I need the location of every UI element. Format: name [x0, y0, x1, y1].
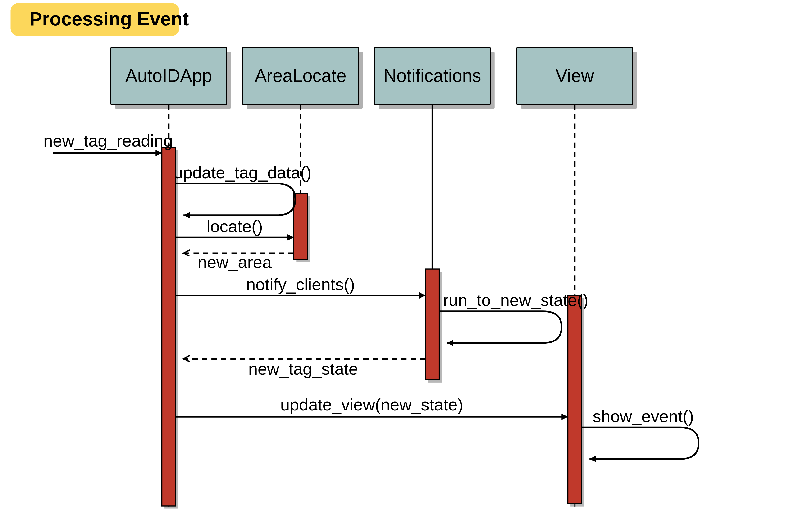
activation-notifications [425, 269, 442, 383]
activation-arealocate [294, 194, 310, 262]
msg-locate: locate() [176, 217, 294, 237]
msg-new-tag-reading: new_tag_reading [43, 131, 173, 153]
svg-text:update_view(new_state): update_view(new_state) [280, 395, 463, 414]
svg-text:notify_clients(): notify_clients() [246, 275, 355, 294]
msg-update-tag-data: update_tag_data() [173, 163, 311, 215]
sequence-diagram: Processing Event AutoIDApp AreaLocate No… [0, 0, 812, 521]
participant-autoidapp: AutoIDApp [111, 47, 231, 109]
participant-view: View [517, 47, 637, 109]
svg-text:update_tag_data(): update_tag_data() [173, 163, 311, 182]
svg-text:run_to_new_state(): run_to_new_state() [443, 291, 588, 310]
svg-text:show_event(): show_event() [593, 407, 694, 426]
participant-autoidapp-label: AutoIDApp [125, 66, 212, 86]
title-text: Processing Event [30, 8, 189, 29]
svg-rect-16 [568, 295, 582, 504]
svg-rect-10 [162, 147, 176, 506]
participant-notifications: Notifications [375, 47, 495, 109]
participant-arealocate-label: AreaLocate [255, 66, 347, 86]
svg-text:locate(): locate() [207, 217, 263, 236]
svg-text:new_tag_state: new_tag_state [248, 360, 358, 378]
svg-rect-14 [425, 269, 439, 380]
title-badge: Processing Event [10, 3, 189, 36]
msg-new-tag-state: new_tag_state [184, 359, 425, 378]
msg-update-view: update_view(new_state) [176, 395, 568, 417]
participant-view-label: View [555, 66, 594, 86]
participant-arealocate: AreaLocate [242, 47, 363, 109]
svg-text:new_tag_reading: new_tag_reading [43, 131, 173, 150]
activation-view [568, 295, 584, 506]
msg-new-area: new_area [184, 253, 294, 272]
svg-rect-12 [294, 194, 307, 259]
participant-notifications-label: Notifications [383, 66, 481, 86]
msg-show-event: show_event() [582, 407, 699, 459]
activation-autoidapp [162, 147, 178, 509]
msg-run-to-new-state: run_to_new_state() [439, 291, 588, 343]
msg-notify-clients: notify_clients() [176, 275, 425, 295]
svg-text:new_area: new_area [198, 253, 272, 272]
